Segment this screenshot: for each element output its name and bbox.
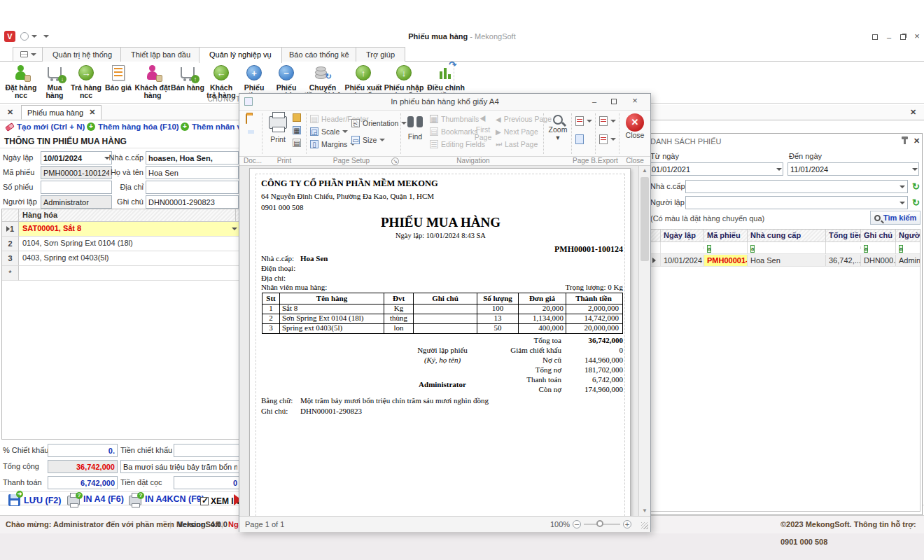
add-staff-button[interactable]: + Thêm nhân vi <box>181 122 244 131</box>
scroll-thumb[interactable] <box>640 177 649 261</box>
tab-quan-ly-nghiep-vu[interactable]: Quản lý nghiệp vụ <box>199 47 282 63</box>
text-filter-icon[interactable]: a <box>864 245 868 253</box>
preview-vertical-scrollbar[interactable]: ▲ ▼ <box>638 166 650 516</box>
find-button[interactable]: Find <box>405 112 426 141</box>
toolbar-bao-gia[interactable]: Báo giá <box>102 62 134 92</box>
scroll-up-icon[interactable]: ▲ <box>639 166 650 176</box>
toolbar-mua-hang[interactable]: ↓ Mua hàng <box>39 62 70 99</box>
dialog-close-icon[interactable]: × <box>630 97 640 106</box>
filter-creator-combo[interactable] <box>685 196 908 209</box>
refresh-supplier-icon[interactable]: ↻ <box>912 181 920 192</box>
print-options-button[interactable]: ▦ <box>293 126 301 134</box>
col-ngay-lap[interactable]: Ngày lập <box>661 230 704 241</box>
voucher-row[interactable]: 10/01/2024 PMH00001-... Hoa Sen 36,742,.… <box>648 254 920 267</box>
zoom-in-icon[interactable]: + <box>623 520 631 528</box>
items-grid-header[interactable]: Hàng hóa <box>19 209 236 222</box>
open-document-button[interactable] <box>246 115 247 123</box>
print-a4kcn-button[interactable]: ? IN A4KCN (F9) <box>129 493 204 505</box>
item-row-3[interactable]: 0403, Spring ext 0403(5l) <box>19 251 241 266</box>
col-nha-cung-cap[interactable]: Nhà cung cấp <box>748 230 826 241</box>
toolbar-dat-hang-ncc[interactable]: Đặt hàng ncc <box>3 62 39 99</box>
dialog-maximize-icon[interactable] <box>609 98 619 106</box>
zoom-slider-thumb[interactable] <box>596 520 603 527</box>
col-tong-tien[interactable]: Tổng tiền <box>826 230 861 241</box>
close-preview-button[interactable]: ✕ Close <box>623 113 647 139</box>
doc-tab-phieu-mua-hang[interactable]: Phiếu mua hàng ✕ <box>21 105 102 120</box>
discount-pct-input[interactable] <box>48 444 118 457</box>
scroll-down-icon[interactable]: ▼ <box>639 506 650 516</box>
cell-nguoi-lap: Admin <box>896 255 920 266</box>
text-filter-icon[interactable]: a <box>707 245 711 253</box>
close-all-docs-icon[interactable]: ✕ <box>7 108 13 117</box>
send-document-button[interactable] <box>599 134 616 144</box>
toolbar-ban-hang[interactable]: ↑ Bán hàng <box>171 62 204 92</box>
item-row-1[interactable]: SAT00001, Sắt 8 <box>19 222 241 237</box>
filter-supplier-dropdown-icon[interactable] <box>899 186 905 188</box>
text-filter-icon[interactable]: a <box>899 245 903 253</box>
filter-creator-dropdown-icon[interactable] <box>899 202 905 204</box>
supplier-input[interactable] <box>146 151 239 164</box>
size-button[interactable]: ▭ Size <box>351 136 385 144</box>
col-ma-phieu[interactable]: Mã phiếu <box>704 230 748 241</box>
from-date-dropdown-icon[interactable] <box>776 168 782 171</box>
minimize-window-icon[interactable]: – <box>884 34 894 42</box>
restore-window-icon[interactable] <box>898 34 908 42</box>
payment-input[interactable] <box>48 476 118 489</box>
dialog-titlebar[interactable]: In phiếu bán hàng khổ giấy A4 – × <box>239 94 650 111</box>
toolbar-tra-hang-ncc[interactable]: → Trả hàng ncc <box>70 62 102 99</box>
col-nguoi-lap[interactable]: Người <box>896 230 920 241</box>
export-document-button[interactable] <box>599 116 616 126</box>
print-a4-button[interactable]: ? IN A4 (F6) <box>67 493 124 505</box>
address-input[interactable] <box>146 181 239 194</box>
save-button[interactable]: ➜ LƯU (F2) <box>8 494 61 506</box>
page-setup-dialog-button[interactable]: ▤ <box>293 139 301 147</box>
orientation-button[interactable]: ⎘ Orientation <box>351 119 407 127</box>
voucher-grid-filter-row[interactable]: a a a a <box>648 242 920 254</box>
toolbar-khach-tra-hang[interactable]: ← Khách trả hàng <box>204 62 238 99</box>
close-window-icon[interactable]: × <box>912 33 922 41</box>
new-item-row[interactable] <box>19 266 241 281</box>
create-new-button[interactable]: Tạo mới (Ctrl + N) <box>6 122 85 131</box>
close-doc-tab-icon[interactable]: ✕ <box>89 108 95 117</box>
date-input[interactable] <box>41 151 112 164</box>
tab-tro-giup[interactable]: Trợ giúp <box>356 47 405 62</box>
note-input[interactable] <box>146 195 239 209</box>
tab-thiet-lap-ban-dau[interactable]: Thiết lập ban đầu <box>120 47 201 62</box>
tabstrip-right-close-icon[interactable]: ✕ <box>910 108 916 117</box>
deposit-input[interactable] <box>174 476 240 489</box>
refresh-creator-icon[interactable]: ↻ <box>912 197 920 208</box>
toolbar-khach-dat-hang[interactable]: Khách đặt hàng <box>134 62 171 99</box>
zoom-out-icon[interactable]: – <box>573 520 581 528</box>
fullname-input[interactable] <box>146 166 239 179</box>
number-input[interactable] <box>41 181 112 194</box>
scale-button[interactable]: ◲ Scale <box>310 127 348 136</box>
margins-button[interactable]: ▯ Margins <box>310 140 356 148</box>
pin-icon[interactable] <box>904 139 906 144</box>
filter-supplier-combo[interactable] <box>685 180 908 193</box>
to-date-input[interactable] <box>788 162 919 176</box>
layout-menu-tab[interactable] <box>13 47 44 62</box>
page-setup-launcher-icon[interactable]: ↘ <box>391 158 399 165</box>
item-row-1-dropdown-icon[interactable] <box>232 227 237 230</box>
zoom-button[interactable]: Zoom ▾ <box>547 112 568 141</box>
item-row-2[interactable]: 0104, Sơn Spring Ext 0104 (18l) <box>19 237 241 251</box>
from-date-input[interactable] <box>649 162 783 176</box>
close-panel-icon[interactable]: ✕ <box>913 136 920 146</box>
col-ghi-chu[interactable]: Ghi chú <box>861 230 896 241</box>
to-date-dropdown-icon[interactable] <box>912 168 918 171</box>
dialog-minimize-icon[interactable]: – <box>589 98 599 106</box>
preview-area[interactable]: CÔNG TY CỔ PHẦN PHẦN MỀM MEKONG 64 Nguyễ… <box>239 166 638 516</box>
quick-print-button[interactable] <box>293 113 301 123</box>
print-button[interactable]: Print <box>266 112 290 144</box>
resize-grip[interactable] <box>641 522 648 529</box>
discount-amt-input[interactable] <box>174 444 240 457</box>
text-filter-icon[interactable]: a <box>750 245 755 253</box>
add-item-button[interactable]: + Thêm hàng hóa (F10) <box>87 122 179 131</box>
page-color-button[interactable] <box>575 134 584 144</box>
search-button[interactable]: Tìm kiếm <box>870 211 920 225</box>
preview-checkbox[interactable] <box>200 497 209 505</box>
watermark-button[interactable] <box>575 116 592 126</box>
tab-quan-tri-he-thong[interactable]: Quản trị hệ thống <box>42 47 122 62</box>
dock-window-icon[interactable] <box>870 34 880 42</box>
tab-bao-cao-thong-ke[interactable]: Báo cáo thống kê <box>279 47 360 62</box>
